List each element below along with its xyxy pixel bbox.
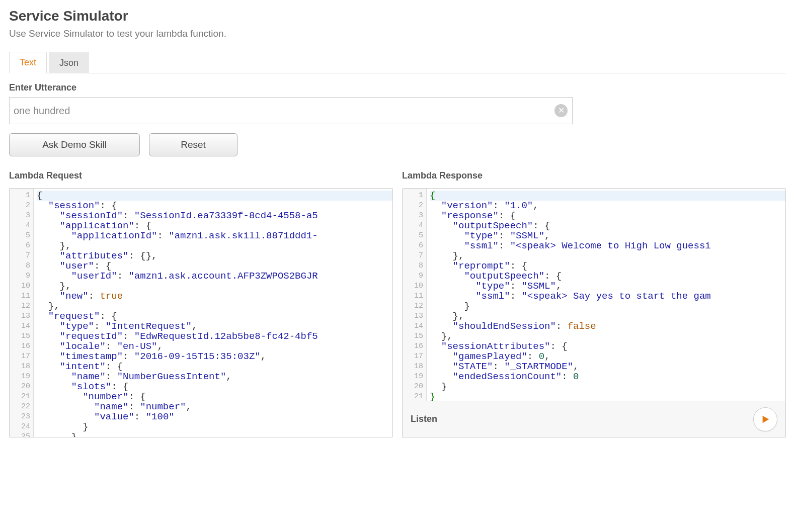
code-line[interactable]: "slots": { (37, 382, 392, 392)
button-row: Ask Demo Skill Reset (9, 133, 786, 156)
code-line[interactable]: "applicationId": "amzn1.ask.skill.8871dd… (37, 231, 392, 241)
tab-row: Text Json (9, 51, 786, 73)
code-line[interactable]: "intent": { (37, 362, 392, 372)
code-line[interactable]: "ssml": "<speak> Welcome to High Low gue… (430, 241, 785, 251)
code-line[interactable]: { (430, 191, 785, 201)
code-line[interactable]: "session": { (37, 201, 392, 211)
code-line[interactable]: "endedSessionCount": 0 (430, 372, 785, 382)
play-button[interactable] (753, 407, 777, 431)
code-line[interactable]: } (430, 382, 785, 392)
panels: Lambda Request 1234567891011121314151617… (9, 170, 786, 437)
page-subtitle: Use Service Simulator to test your lambd… (9, 28, 786, 39)
code-line[interactable]: "userId": "amzn1.ask.account.AFP3ZWPOS2B… (37, 271, 392, 281)
code-line[interactable]: } (37, 422, 392, 432)
response-code-box[interactable]: 123456789101112131415161718192021 { "ver… (402, 188, 786, 401)
tab-json[interactable]: Json (49, 52, 89, 73)
code-line[interactable]: "number": { (37, 392, 392, 402)
page-title: Service Simulator (9, 8, 786, 24)
code-line[interactable]: "attributes": {}, (37, 251, 392, 261)
response-code-body[interactable]: { "version": "1.0", "response": { "outpu… (427, 189, 785, 401)
code-line[interactable]: "type": "IntentRequest", (37, 321, 392, 331)
code-line[interactable]: "request": { (37, 311, 392, 321)
code-line[interactable]: "reprompt": { (430, 261, 785, 271)
code-line[interactable]: "name": "NumberGuessIntent", (37, 372, 392, 382)
code-line[interactable]: "response": { (430, 211, 785, 221)
code-line[interactable]: "value": "100" (37, 412, 392, 422)
code-line[interactable]: "sessionId": "SessionId.ea73339f-8cd4-45… (37, 211, 392, 221)
code-line[interactable]: "type": "SSML", (430, 231, 785, 241)
request-code-box[interactable]: 1234567891011121314151617181920212223242… (9, 188, 393, 437)
code-line[interactable]: "locale": "en-US", (37, 341, 392, 351)
response-gutter: 123456789101112131415161718192021 (403, 189, 427, 401)
reset-button[interactable]: Reset (149, 133, 237, 156)
code-line[interactable]: }, (37, 301, 392, 311)
code-line[interactable]: "name": "number", (37, 402, 392, 412)
code-line[interactable]: { (37, 191, 392, 201)
response-title: Lambda Response (402, 170, 786, 181)
request-code-body[interactable]: { "session": { "sessionId": "SessionId.e… (34, 189, 392, 437)
code-line[interactable]: "gamesPlayed": 0, (430, 351, 785, 362)
request-gutter: 1234567891011121314151617181920212223242… (10, 189, 34, 437)
code-line[interactable]: "outputSpeech": { (430, 221, 785, 231)
listen-label: Listen (411, 414, 437, 424)
code-line[interactable]: "timestamp": "2016-09-15T15:35:03Z", (37, 351, 392, 362)
request-panel: Lambda Request 1234567891011121314151617… (9, 170, 393, 437)
code-line[interactable]: }, (37, 281, 392, 291)
listen-bar: Listen (402, 401, 786, 437)
code-line[interactable]: "version": "1.0", (430, 201, 785, 211)
code-line[interactable]: } (430, 392, 785, 401)
code-line[interactable]: "type": "SSML", (430, 281, 785, 291)
response-panel: Lambda Response 123456789101112131415161… (402, 170, 786, 437)
code-line[interactable]: "sessionAttributes": { (430, 341, 785, 351)
utterance-input[interactable] (9, 97, 573, 124)
code-line[interactable]: "outputSpeech": { (430, 271, 785, 281)
code-line[interactable]: } (37, 432, 392, 437)
play-icon (761, 415, 770, 424)
utterance-label: Enter Utterance (9, 82, 786, 93)
code-line[interactable]: }, (37, 241, 392, 251)
request-title: Lambda Request (9, 170, 393, 181)
clear-icon[interactable]: ✕ (554, 104, 568, 117)
svg-marker-0 (763, 415, 769, 422)
code-line[interactable]: "shouldEndSession": false (430, 321, 785, 331)
code-line[interactable]: "STATE": "_STARTMODE", (430, 362, 785, 372)
code-line[interactable]: "application": { (37, 221, 392, 231)
utterance-wrap: ✕ (9, 97, 573, 124)
ask-skill-button[interactable]: Ask Demo Skill (9, 133, 140, 156)
code-line[interactable]: "ssml": "<speak> Say yes to start the ga… (430, 291, 785, 301)
code-line[interactable]: }, (430, 311, 785, 321)
code-line[interactable]: "requestId": "EdwRequestId.12ab5be8-fc42… (37, 331, 392, 341)
code-line[interactable]: } (430, 301, 785, 311)
code-line[interactable]: }, (430, 331, 785, 341)
code-line[interactable]: "user": { (37, 261, 392, 271)
code-line[interactable]: "new": true (37, 291, 392, 301)
tab-text[interactable]: Text (9, 52, 47, 73)
code-line[interactable]: }, (430, 251, 785, 261)
